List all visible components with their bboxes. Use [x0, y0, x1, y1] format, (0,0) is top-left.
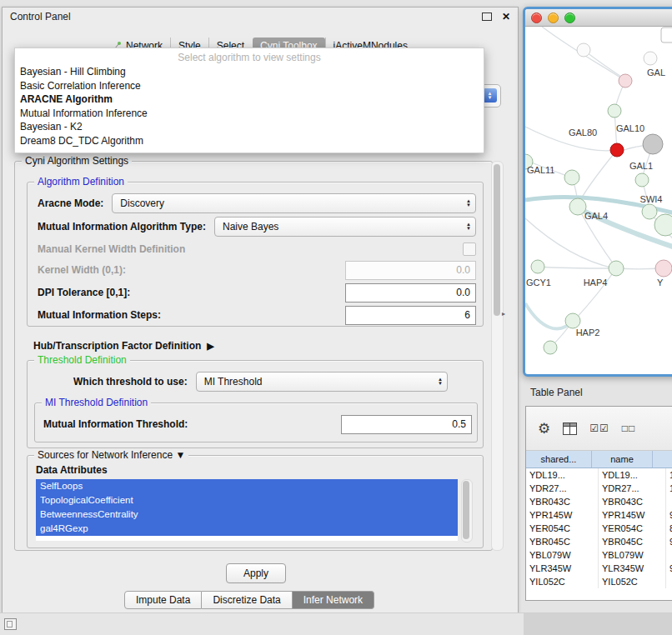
node[interactable] — [544, 341, 557, 354]
hub-section-label: Hub/Transcription Factor Definition — [33, 340, 201, 352]
cell[interactable]: 9. — [666, 562, 672, 575]
node-hap4[interactable] — [609, 261, 624, 276]
node-hap2[interactable] — [565, 313, 580, 328]
algorithm-option-aracne[interactable]: ARACNE Algorithm — [15, 92, 484, 107]
node[interactable] — [644, 52, 657, 65]
which-threshold-label: Which threshold to use: — [73, 376, 188, 388]
manual-kernel-checkbox[interactable] — [463, 242, 476, 256]
deselect-all-icon[interactable]: □□ — [622, 422, 636, 434]
cell[interactable]: YBR045C — [526, 535, 599, 548]
attribute-item-topologicalcoefficient[interactable]: TopologicalCoefficient — [36, 493, 458, 508]
sources-group-toggle[interactable]: Sources for Network Inference ▼ — [34, 449, 188, 461]
algorithm-option-bayes-k2[interactable]: Bayesian - K2 — [15, 120, 484, 134]
cell[interactable]: YER054C — [599, 522, 666, 535]
cell[interactable]: YLR345W — [526, 562, 599, 575]
mi-threshold-input[interactable]: 0.5 — [341, 415, 472, 434]
node[interactable] — [654, 214, 672, 236]
cell[interactable]: YDR27... — [599, 482, 666, 495]
bottom-tab-infer-network[interactable]: Infer Network — [293, 591, 374, 609]
cell[interactable]: YPR145W — [599, 508, 666, 522]
mi-type-select[interactable]: Naive Bayes ▲▼ — [214, 217, 476, 237]
attribute-item-gal4rgexp[interactable]: gal4RGexp — [36, 522, 458, 536]
traffic-light-minimize[interactable] — [548, 12, 559, 23]
attribute-list-scrollbar[interactable] — [461, 479, 473, 542]
float-window-icon[interactable] — [482, 12, 492, 21]
select-all-icon[interactable]: ☑☑ — [589, 422, 609, 434]
node[interactable] — [577, 43, 590, 57]
column-header-extra[interactable] — [653, 451, 672, 468]
cell[interactable] — [666, 548, 672, 562]
close-icon[interactable]: ✕ — [502, 11, 510, 22]
hub-section-toggle[interactable]: Hub/Transcription Factor Definition ▶ — [33, 340, 214, 352]
algorithm-option-mutual-information[interactable]: Mutual Information Inference — [15, 107, 484, 121]
mi-threshold-title: MI Threshold Definition — [42, 397, 151, 408]
algorithm-option-basic-correlation[interactable]: Basic Correlation Inference — [15, 79, 484, 93]
cell[interactable]: YBL079W — [599, 548, 666, 562]
scrollbar-thumb[interactable] — [494, 164, 500, 316]
cell[interactable]: 13 — [666, 468, 672, 482]
node[interactable] — [619, 74, 632, 88]
panel-resize-arrow[interactable]: ▸ — [502, 310, 505, 318]
cyni-algorithm-settings-group: Cyni Algorithm Settings Algorithm Defini… — [14, 161, 493, 551]
cell[interactable]: 12 — [666, 482, 672, 495]
cell[interactable] — [666, 495, 672, 508]
cell[interactable]: YDL19... — [526, 468, 599, 482]
mi-steps-input[interactable]: 6 — [345, 306, 476, 325]
gear-icon[interactable]: ⚙ — [538, 420, 550, 438]
cell[interactable]: YIL052C — [599, 575, 666, 588]
data-attributes-label: Data Attributes — [36, 464, 108, 476]
attribute-item-selfloops[interactable]: SelfLoops — [36, 479, 458, 493]
column-header-shared[interactable]: shared... — [526, 451, 592, 468]
apply-button[interactable]: Apply — [226, 563, 286, 583]
table-row: YER054C YER054C 8. — [526, 522, 672, 535]
node-gcy1[interactable] — [531, 260, 544, 273]
node-gal1[interactable] — [635, 173, 649, 187]
restore-panel-icon[interactable] — [4, 618, 17, 630]
cell[interactable]: YBR045C — [599, 535, 666, 548]
kernel-width-input[interactable]: 0.0 — [345, 261, 476, 280]
traffic-light-close[interactable] — [531, 12, 542, 23]
which-threshold-select[interactable]: MI Threshold ▲▼ — [196, 372, 448, 392]
cell[interactable]: 8. — [666, 522, 672, 535]
node-gal10[interactable] — [643, 134, 663, 154]
node[interactable] — [655, 260, 672, 277]
node-selected-red[interactable] — [610, 143, 624, 157]
cell[interactable]: YDL19... — [599, 468, 666, 482]
node[interactable] — [608, 104, 621, 118]
table-row: YDR27... YDR27... 12 — [526, 482, 672, 495]
node-label-swi4: SWI4 — [640, 194, 663, 204]
cell[interactable]: YBL079W — [526, 548, 599, 562]
threshold-definition-group: Threshold Definition Which threshold to … — [27, 360, 484, 448]
node-swi4[interactable] — [642, 204, 657, 219]
attribute-item-betweennesscentrality[interactable]: BetweennessCentrality — [36, 508, 458, 522]
bottom-tab-impute-data[interactable]: Impute Data — [124, 591, 202, 609]
cell[interactable]: YER054C — [526, 522, 599, 535]
algorithm-option-bayes-hill[interactable]: Bayesian - Hill Climbing — [15, 65, 484, 79]
traffic-light-zoom[interactable] — [564, 12, 575, 23]
scrollbar-thumb[interactable] — [463, 481, 469, 539]
cell[interactable]: YBR043C — [526, 495, 599, 508]
table-row: YDL19... YDL19... 13 — [526, 468, 672, 482]
dpi-tolerance-input[interactable]: 0.0 — [345, 283, 476, 302]
cell[interactable]: YPR145W — [526, 508, 599, 522]
overview-fragment — [661, 28, 672, 42]
columns-icon[interactable] — [563, 422, 577, 435]
aracne-mode-select[interactable]: Discovery ▲▼ — [112, 193, 476, 213]
algorithm-option-dream8[interactable]: Dream8 DC_TDC Algorithm — [15, 134, 484, 148]
node-gal11[interactable] — [564, 170, 579, 185]
node-label-hap4: HAP4 — [584, 278, 608, 288]
cell[interactable]: YBR043C — [599, 495, 666, 508]
cell[interactable]: 9. — [666, 535, 672, 548]
cell[interactable]: YLR345W — [599, 562, 666, 575]
cell[interactable]: YDR27... — [526, 482, 599, 495]
settings-scrollbar[interactable] — [491, 161, 504, 551]
cell[interactable]: YIL052C — [526, 575, 599, 588]
window-title: Control Panel — [10, 11, 482, 22]
column-header-name[interactable]: name — [592, 451, 653, 468]
network-canvas[interactable]: GAL GAL80 GAL10 GAL11 GAL1 SWI4 GAL4 GCY… — [525, 27, 672, 369]
table-row: YLR345W YLR345W 9. — [526, 562, 672, 575]
bottom-tab-discretize-data[interactable]: Discretize Data — [202, 591, 292, 609]
cell[interactable]: 9. — [666, 508, 672, 522]
attribute-list: SelfLoops TopologicalCoefficient Between… — [36, 479, 458, 541]
cell[interactable] — [666, 575, 672, 588]
